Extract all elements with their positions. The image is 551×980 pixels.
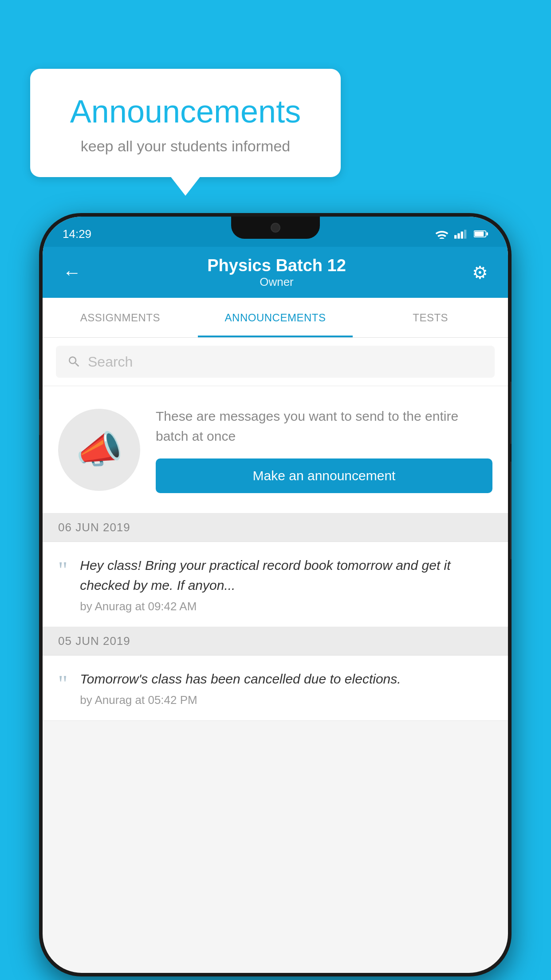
announcement-item-2[interactable]: " Tomorrow's class has been cancelled du… <box>43 656 508 721</box>
tab-bar: ASSIGNMENTS ANNOUNCEMENTS TESTS <box>43 298 508 338</box>
quote-icon-2: " <box>58 672 67 695</box>
announcement-meta-1: by Anurag at 09:42 AM <box>80 600 492 613</box>
speech-bubble: Announcements keep all your students inf… <box>30 69 341 177</box>
svg-rect-6 <box>487 233 488 236</box>
announcement-description: These are messages you want to send to t… <box>156 406 492 446</box>
announcement-right: These are messages you want to send to t… <box>156 406 492 493</box>
tab-assignments[interactable]: ASSIGNMENTS <box>43 298 198 337</box>
megaphone-circle: 📣 <box>58 409 140 491</box>
speech-bubble-title: Announcements <box>57 93 314 130</box>
tab-tests[interactable]: TESTS <box>353 298 508 337</box>
phone-frame: 14:29 <box>39 213 512 976</box>
announcement-empty-state: 📣 These are messages you want to send to… <box>43 386 508 514</box>
speech-bubble-container: Announcements keep all your students inf… <box>30 69 341 177</box>
announcement-meta-2: by Anurag at 05:42 PM <box>80 693 492 707</box>
back-button[interactable]: ← <box>58 257 86 288</box>
tab-announcements[interactable]: ANNOUNCEMENTS <box>198 298 353 337</box>
signal-icon <box>454 229 468 239</box>
battery-icon <box>474 229 488 239</box>
app-bar-title: Physics Batch 12 <box>207 256 346 275</box>
front-camera <box>271 223 280 233</box>
speech-bubble-subtitle: keep all your students informed <box>57 138 314 155</box>
power-button <box>510 382 512 444</box>
announcement-content-2: Tomorrow's class has been cancelled due … <box>80 669 492 707</box>
announcement-item-1[interactable]: " Hey class! Bring your practical record… <box>43 542 508 627</box>
date-separator-1: 06 JUN 2019 <box>43 514 508 542</box>
quote-icon-1: " <box>58 559 67 582</box>
announcement-text-1: Hey class! Bring your practical record b… <box>80 555 492 595</box>
app-bar: ← Physics Batch 12 Owner ⚙ <box>43 247 508 298</box>
app-bar-subtitle: Owner <box>207 275 346 289</box>
megaphone-icon: 📣 <box>76 427 123 472</box>
svg-rect-2 <box>461 232 463 239</box>
search-placeholder: Search <box>88 354 133 370</box>
settings-icon[interactable]: ⚙ <box>468 258 492 287</box>
app-bar-title-area: Physics Batch 12 Owner <box>207 256 346 289</box>
phone-inner: 14:29 <box>43 217 508 973</box>
date-separator-2: 05 JUN 2019 <box>43 627 508 656</box>
wifi-icon <box>435 229 449 239</box>
phone-screen: 14:29 <box>43 217 508 973</box>
status-time: 14:29 <box>63 227 91 241</box>
announcement-text-2: Tomorrow's class has been cancelled due … <box>80 669 492 689</box>
make-announcement-button[interactable]: Make an announcement <box>156 458 492 493</box>
svg-rect-0 <box>454 235 457 239</box>
svg-rect-3 <box>464 230 466 239</box>
search-container: Search <box>43 338 508 386</box>
svg-rect-1 <box>457 233 460 239</box>
search-bar[interactable]: Search <box>56 346 495 378</box>
svg-rect-5 <box>475 232 484 236</box>
announcement-content-1: Hey class! Bring your practical record b… <box>80 555 492 613</box>
search-icon <box>67 355 81 369</box>
screen-content: ← Physics Batch 12 Owner ⚙ ASSIGNMENTS A… <box>43 247 508 973</box>
volume-button <box>39 399 40 435</box>
status-icons <box>435 229 488 239</box>
phone-notch <box>231 217 320 239</box>
volume-down-button <box>510 462 512 559</box>
